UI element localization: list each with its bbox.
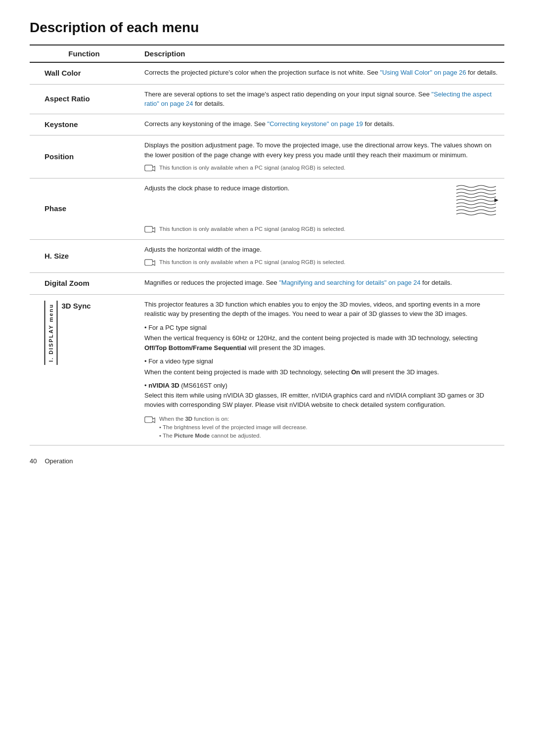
3d-pc-signal-bullet: For a PC type signal xyxy=(144,323,498,333)
desc-text: Displays the position adjustment page. T… xyxy=(144,141,491,159)
table-row: Keystone Corrects any keystoning of the … xyxy=(30,114,504,135)
description-cell-3d-sync: This projector features a 3D function wh… xyxy=(138,294,504,445)
note-box: This function is only available when a P… xyxy=(144,258,498,267)
desc-text: There are several options to set the ima… xyxy=(144,90,432,98)
page-title: Description of each menu xyxy=(30,20,504,36)
desc-text: Adjusts the horizontal width of the imag… xyxy=(144,246,262,253)
svg-rect-0 xyxy=(145,165,153,171)
table-row: Aspect Ratio There are several options t… xyxy=(30,84,504,114)
description-cell: Corrects any keystoning of the image. Se… xyxy=(138,114,504,135)
note-icon-3d xyxy=(144,416,155,425)
table-row: H. Size Adjusts the horizontal width of … xyxy=(30,239,504,273)
function-label: Phase xyxy=(30,178,138,240)
3d-off-top-bottom-bold: Off/Top Bottom/Frame Sequential xyxy=(144,344,246,352)
function-label: H. Size xyxy=(30,239,138,273)
desc-text-after: for details. xyxy=(420,279,452,286)
description-cell: Displays the position adjustment page. T… xyxy=(138,135,504,178)
table-row: Phase Adjusts the clock phase to reduce … xyxy=(30,178,504,240)
note-3d-content: When the 3D function is on: • The bright… xyxy=(159,415,308,441)
description-cell: Magnifies or reduces the projected image… xyxy=(138,273,504,295)
svg-rect-3 xyxy=(145,260,153,266)
desc-text: Corrects any keystoning of the image. Se… xyxy=(144,120,267,128)
phase-distortion-image xyxy=(454,182,498,220)
note-icon xyxy=(144,164,155,173)
3d-video-signal-bullet: For a video type signal xyxy=(144,356,498,366)
footer-label: Operation xyxy=(44,457,73,465)
note-box-3d: When the 3D function is on: • The bright… xyxy=(144,415,498,441)
desc-text: Magnifies or reduces the projected image… xyxy=(144,279,279,286)
keystone-link[interactable]: "Correcting keystone" on page 19 xyxy=(267,120,363,128)
page-footer: 40 Operation xyxy=(30,457,504,465)
digital-zoom-link[interactable]: "Magnifying and searching for details" o… xyxy=(279,279,420,286)
3d-intro-text: This projector features a 3D function wh… xyxy=(144,300,498,319)
function-label: Wall Color xyxy=(30,62,138,84)
description-cell: Corrects the projected picture's color w… xyxy=(138,62,504,84)
desc-text: Corrects the projected picture's color w… xyxy=(144,69,380,76)
main-table: Function Description Wall Color Corrects… xyxy=(30,44,504,445)
note-3d-title: When the 3D function is on: xyxy=(159,415,308,423)
svg-rect-2 xyxy=(145,226,153,232)
desc-text: Adjusts the clock phase to reduce image … xyxy=(144,184,289,192)
note-box: This function is only available when a P… xyxy=(144,164,498,173)
function-label: Keystone xyxy=(30,114,138,135)
function-label-3d-sync: I. DISPLAY menu 3D Sync xyxy=(30,294,138,445)
note-3d-item2: • The Picture Mode cannot be adjusted. xyxy=(159,432,308,440)
description-cell: There are several options to set the ima… xyxy=(138,84,504,114)
3d-on-bold: On xyxy=(351,368,360,376)
function-label: Digital Zoom xyxy=(30,273,138,295)
note-text: This function is only available when a P… xyxy=(159,164,346,172)
table-row: Position Displays the position adjustmen… xyxy=(30,135,504,178)
description-cell: Adjusts the horizontal width of the imag… xyxy=(138,239,504,273)
wall-color-link[interactable]: "Using Wall Color" on page 26 xyxy=(380,69,466,76)
3d-nvidia-text: Select this item while using nVIDIA 3D g… xyxy=(144,391,498,410)
desc-text-after: for details. xyxy=(466,69,498,76)
3d-nvidia-bullet: • nVIDIA 3D (MS616ST only) xyxy=(144,381,498,391)
3d-video-signal-text: When the content being projected is made… xyxy=(144,367,498,377)
note-box: This function is only available when a P… xyxy=(144,225,498,234)
sidebar-display-menu-label: I. DISPLAY menu xyxy=(44,301,58,365)
table-row-3d-sync: I. DISPLAY menu 3D Sync This projector f… xyxy=(30,294,504,445)
desc-text-after: for details. xyxy=(193,100,225,107)
svg-marker-1 xyxy=(494,198,498,202)
desc-text-after: for details. xyxy=(363,120,395,128)
3d-pc-signal-text: When the vertical frequency is 60Hz or 1… xyxy=(144,333,498,353)
note-text: This function is only available when a P… xyxy=(159,258,346,267)
description-cell: Adjusts the clock phase to reduce image … xyxy=(138,178,504,240)
footer-page-number: 40 xyxy=(30,457,37,465)
note-text: This function is only available when a P… xyxy=(159,225,346,233)
note-icon xyxy=(144,225,155,234)
note-3d-item1: • The brightness level of the projected … xyxy=(159,423,308,432)
note-icon xyxy=(144,259,155,267)
col-header-description: Description xyxy=(138,45,504,62)
table-row: Digital Zoom Magnifies or reduces the pr… xyxy=(30,273,504,295)
svg-rect-4 xyxy=(145,416,153,422)
function-label: Position xyxy=(30,135,138,178)
3d-sync-label: 3D Sync xyxy=(62,301,91,312)
function-label: Aspect Ratio xyxy=(30,84,138,114)
table-row: Wall Color Corrects the projected pictur… xyxy=(30,62,504,84)
col-header-function: Function xyxy=(30,45,138,62)
